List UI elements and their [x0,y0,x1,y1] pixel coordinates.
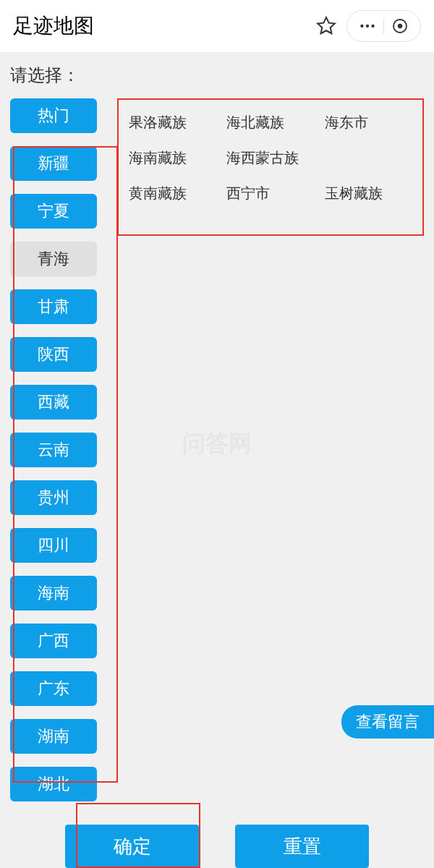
city-item[interactable]: 黄南藏族 [129,184,216,203]
province-button[interactable]: 宁夏 [10,194,97,229]
city-item[interactable]: 西宁市 [226,184,314,203]
province-button[interactable]: 海南 [10,576,97,610]
province-button[interactable]: 新疆 [10,146,97,181]
province-button[interactable]: 广东 [10,671,97,706]
province-button[interactable]: 青海 [10,242,97,276]
province-button[interactable]: 贵州 [10,480,97,515]
view-comments-button[interactable]: 查看留言 [341,705,434,739]
svg-point-2 [371,25,374,27]
svg-point-0 [360,25,363,27]
reset-button[interactable]: 重置 [235,825,369,868]
svg-point-1 [366,25,369,27]
page-title: 足迹地图 [13,12,306,40]
main-area: 热门 新疆宁夏青海甘肃陕西西藏云南贵州四川海南广西广东湖南湖北 果洛藏族海北藏族… [10,98,424,801]
header-actions [346,10,421,42]
province-button[interactable]: 云南 [10,433,97,467]
city-item[interactable]: 海北藏族 [226,113,314,132]
province-hot-button[interactable]: 热门 [10,98,97,133]
province-button[interactable]: 甘肃 [10,289,97,324]
province-column: 热门 新疆宁夏青海甘肃陕西西藏云南贵州四川海南广西广东湖南湖北 [10,98,104,801]
province-button[interactable]: 西藏 [10,385,97,420]
province-button[interactable]: 四川 [10,528,97,563]
city-panel: 果洛藏族海北藏族海东市海南藏族海西蒙古族黄南藏族西宁市玉树藏族 [117,98,424,236]
confirm-button[interactable]: 确定 [65,825,199,868]
close-icon[interactable] [384,12,416,41]
city-item[interactable]: 海南藏族 [129,148,216,168]
city-item[interactable]: 玉树藏族 [325,184,412,203]
city-item[interactable]: 果洛藏族 [129,113,216,132]
svg-point-4 [398,24,402,28]
province-button[interactable]: 湖南 [10,719,97,754]
more-icon[interactable] [352,12,383,41]
favorite-icon[interactable] [312,12,341,41]
province-button[interactable]: 湖北 [10,767,97,801]
bottom-bar: 确定 重置 [0,816,434,868]
city-item[interactable]: 海西蒙古族 [226,148,314,168]
content-area: 请选择： 热门 新疆宁夏青海甘肃陕西西藏云南贵州四川海南广西广东湖南湖北 果洛藏… [0,52,434,801]
province-button[interactable]: 广西 [10,624,97,658]
city-grid: 果洛藏族海北藏族海东市海南藏族海西蒙古族黄南藏族西宁市玉树藏族 [129,113,412,203]
city-item[interactable]: 海东市 [325,113,412,132]
province-button[interactable]: 陕西 [10,337,97,372]
province-list: 新疆宁夏青海甘肃陕西西藏云南贵州四川海南广西广东湖南湖北 [10,146,104,801]
select-prompt: 请选择： [10,64,424,87]
header-bar: 足迹地图 [0,0,434,52]
